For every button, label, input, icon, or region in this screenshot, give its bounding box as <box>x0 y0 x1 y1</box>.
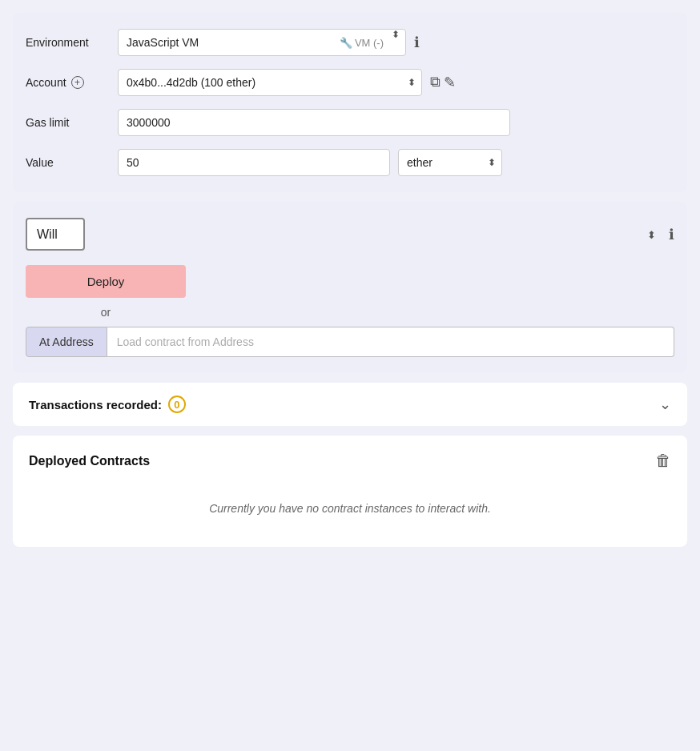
account-actions: ⧉ ✎ <box>430 74 456 91</box>
no-contracts-message: Currently you have no contract instances… <box>29 486 671 531</box>
deployed-contracts-title: Deployed Contracts <box>29 454 150 468</box>
account-select-wrapper: 0x4b0...4d2db (100 ether) ⬍ <box>118 69 422 96</box>
deploy-panel: Will ⬍ ℹ Deploy or At Address <box>13 202 687 373</box>
account-label: Account + <box>26 76 110 89</box>
environment-select-wrapper: JavaScript VM Injected Web3 Web3 Provide… <box>118 29 406 56</box>
environment-info-icon[interactable]: ℹ <box>414 34 420 51</box>
value-unit-select[interactable]: wei gwei finney ether <box>398 149 502 176</box>
value-input[interactable] <box>118 149 390 176</box>
contract-select[interactable]: Will <box>26 218 85 251</box>
transactions-chevron-icon: ⌄ <box>659 396 671 413</box>
deploy-button[interactable]: Deploy <box>26 265 186 298</box>
gas-limit-input[interactable] <box>118 109 510 136</box>
at-address-row: At Address <box>26 327 674 357</box>
contract-select-wrapper: Will ⬍ <box>26 218 662 251</box>
transactions-count-badge: 0 <box>168 396 186 413</box>
account-select[interactable]: 0x4b0...4d2db (100 ether) <box>118 69 422 96</box>
at-address-button[interactable]: At Address <box>26 327 107 357</box>
or-divider: or <box>26 306 186 319</box>
value-label: Value <box>26 156 110 169</box>
environment-row: Environment JavaScript VM Injected Web3 … <box>26 29 674 56</box>
account-add-icon[interactable]: + <box>71 76 84 89</box>
at-address-input[interactable] <box>107 327 674 357</box>
value-unit-wrapper: wei gwei finney ether ⬍ <box>398 149 502 176</box>
transactions-panel[interactable]: Transactions recorded: 0 ⌄ <box>13 383 687 426</box>
contract-select-row: Will ⬍ ℹ <box>26 218 674 251</box>
contract-info-icon[interactable]: ℹ <box>669 226 674 243</box>
deployed-contracts-header: Deployed Contracts 🗑 <box>29 452 671 470</box>
deployed-contracts-panel: Deployed Contracts 🗑 Currently you have … <box>13 436 687 547</box>
gas-limit-row: Gas limit <box>26 109 674 136</box>
clear-contracts-icon[interactable]: 🗑 <box>655 452 671 470</box>
transactions-title: Transactions recorded: 0 <box>29 396 186 413</box>
value-row: Value wei gwei finney ether ⬍ <box>26 149 674 176</box>
settings-panel: Environment JavaScript VM Injected Web3 … <box>13 13 687 192</box>
account-row: Account + 0x4b0...4d2db (100 ether) ⬍ ⧉ … <box>26 69 674 96</box>
edit-address-icon[interactable]: ✎ <box>444 74 456 91</box>
contract-arrow-icon: ⬍ <box>647 228 656 240</box>
environment-label: Environment <box>26 36 110 49</box>
environment-select[interactable]: JavaScript VM Injected Web3 Web3 Provide… <box>118 29 406 56</box>
copy-address-icon[interactable]: ⧉ <box>430 74 441 91</box>
gas-limit-label: Gas limit <box>26 116 110 129</box>
